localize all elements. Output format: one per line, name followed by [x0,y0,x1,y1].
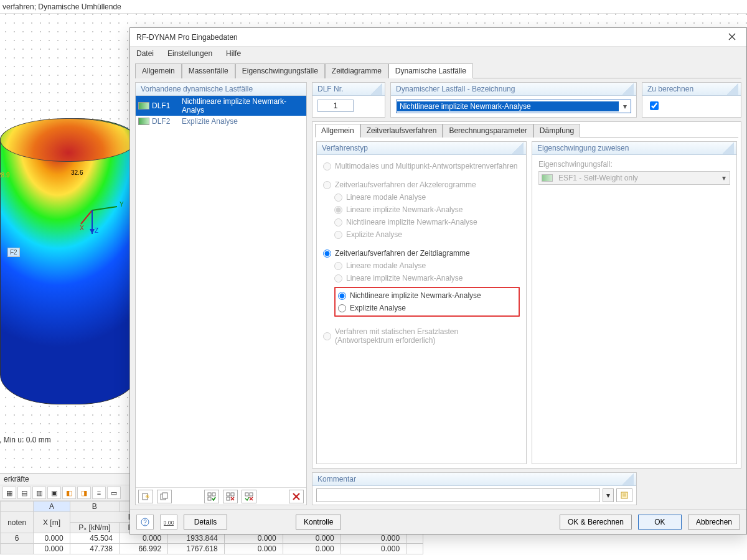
rfdynam-dialog: RF-DYNAM Pro Eingabedaten Datei Einstell… [129,27,747,534]
note-icon [620,491,629,500]
dialog-footer: ? 0.00 Details Kontrolle OK & Berechnen … [130,509,746,534]
copy-item-button[interactable] [157,490,172,503]
dock-tool-5[interactable]: ◧ [62,487,76,499]
dock-tool-1[interactable]: ▦ [2,487,16,499]
svg-text:✳: ✳ [145,493,150,500]
chevron-down-icon: ▾ [718,174,730,182]
opt-td-nonlin[interactable]: Nichtlineare implizite Newmark-Analyse [338,289,516,302]
dock-tool-7[interactable]: ≡ [92,487,106,499]
units-button[interactable]: 0.00 [160,515,177,530]
opt-td-linmodal: Lineare modale Analyse [334,259,520,272]
dlf-swatch-icon [138,102,149,110]
svg-rect-13 [208,497,211,500]
subtab-tha[interactable]: Zeitverlaufsverfahren [360,124,443,138]
dlf-list-title: Vorhandene dynamische Lastfälle [136,83,306,96]
dlf-name-panel: Dynamischer Lastfall - Bezeichnung Nicht… [390,82,637,118]
grid-check-icon [207,492,216,501]
comment-panel: Kommentar ▾ [312,472,637,505]
dialog-titlebar[interactable]: RF-DYNAM Pro Eingabedaten [130,28,746,47]
opt-acc-explicit: Explizite Analyse [334,228,520,241]
comment-pick-button[interactable] [616,488,632,502]
assign-mode-title: Eigenschwingung zuweisen [532,142,736,155]
svg-rect-10 [162,493,167,498]
dock-tool-8[interactable]: ▭ [107,487,121,499]
calc-flag-panel: Zu berechnen [642,82,741,118]
mode-case-value: ESF1 - Self-Weight only [556,173,718,183]
dock-tool-3[interactable]: ▥ [32,487,46,499]
svg-text:?: ? [143,519,147,526]
highlighted-options: Nichtlineare implizite Newmark-Analyse E… [334,287,520,317]
tab-dynamic-load-cases[interactable]: Dynamische Lastfälle [388,63,473,78]
tab-general[interactable]: Allgemein [135,63,182,78]
svg-rect-16 [227,497,230,500]
details-button[interactable]: Details [184,515,227,530]
comment-label: Kommentar [312,473,636,486]
viewport-status: , Min u: 0.0 mm [0,436,51,444]
comment-input[interactable] [316,488,600,502]
menu-help[interactable]: Hilfe [223,48,243,59]
svg-rect-14 [227,493,230,496]
dlf-name: Nichtlineare implizite Newmark-Analys [182,97,304,114]
dlf-name-select[interactable]: Nichtlineare implizite Newmark-Analyse ▾ [396,100,631,113]
toggle-check-button[interactable] [204,490,219,503]
tab-time-diagrams[interactable]: Zeitdiagramme [325,63,388,78]
contour-label-28: 28.9 [0,172,9,179]
dlf-row-2[interactable]: DLF2 Explizite Analyse [136,116,306,127]
comment-dropdown-button[interactable]: ▾ [603,488,614,502]
close-button[interactable] [718,28,746,45]
dlf-list-panel: Vorhandene dynamische Lastfälle DLF1 Nic… [135,82,307,505]
subtab-general[interactable]: Allgemein [315,124,360,138]
chevron-down-icon: ▾ [619,102,631,111]
dlf-number-input[interactable] [317,100,354,112]
svg-rect-15 [231,493,234,496]
add-item-button[interactable]: ✳ [138,490,153,503]
svg-rect-18 [250,493,253,496]
calc-flag-checkbox[interactable] [650,101,659,110]
subtab-calc-params[interactable]: Berechnungsparameter [443,124,533,138]
sub-tabs: Allgemein Zeitverlaufsverfahren Berechnu… [312,122,741,137]
3d-model: 28.9 32.6 [0,118,137,404]
toggle-uncheck-button[interactable] [223,490,238,503]
grid-cross-icon [226,492,235,501]
dialog-title: RF-DYNAM Pro Eingabedaten [136,33,238,42]
dlf-name-value: Nichtlineare implizite Newmark-Analyse [397,101,619,111]
menu-settings[interactable]: Einstellungen [165,48,215,59]
kontrolle-button[interactable]: Kontrolle [296,515,341,530]
opt-static-elf: Verfahren mit statischen Ersatzlasten (A… [323,325,520,347]
dlf-name-label: Dynamischer Lastfall - Bezeichnung [391,83,636,96]
svg-rect-12 [212,493,215,496]
dlf-number-panel: DLF Nr. [312,82,385,118]
decimal-icon: 0.00 [164,518,174,526]
opt-multimodal: Multimodales und Multipunkt-Antwortspekt… [323,160,520,172]
ok-calc-button[interactable]: OK & Berechnen [560,515,632,530]
subtab-damping[interactable]: Dämpfung [533,124,580,138]
toggle-swap-button[interactable] [242,490,256,503]
method-type-title: Verfahrenstyp [317,142,526,155]
dock-tool-2[interactable]: ▤ [17,487,31,499]
opt-tha-td[interactable]: Zeitverlaufsverfahren der Zeitdiagramme [323,247,520,259]
svg-rect-11 [208,493,211,496]
plus-doc-icon: ✳ [141,492,150,501]
node-tag-f2: F2 [7,248,20,257]
dlf-id: DLF2 [152,117,179,126]
dlf-row-1[interactable]: DLF1 Nichtlineare implizite Newmark-Anal… [136,96,306,116]
svg-rect-19 [621,492,627,498]
dock-tool-6[interactable]: ◨ [77,487,91,499]
dlf-name: Explizite Analyse [182,117,304,126]
dock-tool-4[interactable]: ▣ [47,487,61,499]
mode-case-label: Eigenschwingungsfall: [538,160,730,169]
tab-mass-cases[interactable]: Massenfälle [182,63,235,78]
ok-button[interactable]: OK [638,515,682,530]
menu-file[interactable]: Datei [134,48,156,59]
cancel-button[interactable]: Abbrechen [688,515,740,530]
grid-swap-icon [245,492,253,501]
delete-item-button[interactable] [289,490,304,503]
help-button[interactable]: ? [136,515,154,530]
calc-flag-label: Zu berechnen [642,83,741,96]
opt-td-explicit[interactable]: Explizite Analyse [338,302,516,314]
table-row[interactable]: 6 0.000 45.504 0.000 1933.844 0.000 0.00… [1,533,423,544]
tab-mode-cases[interactable]: Eigenschwingungsfälle [235,63,325,78]
opt-acc-linnewmark: Lineare implizite Newmark-Analyse [334,203,520,216]
table-row[interactable]: 0.000 47.738 66.992 1767.618 0.000 0.000… [1,544,423,554]
close-icon [728,33,736,40]
